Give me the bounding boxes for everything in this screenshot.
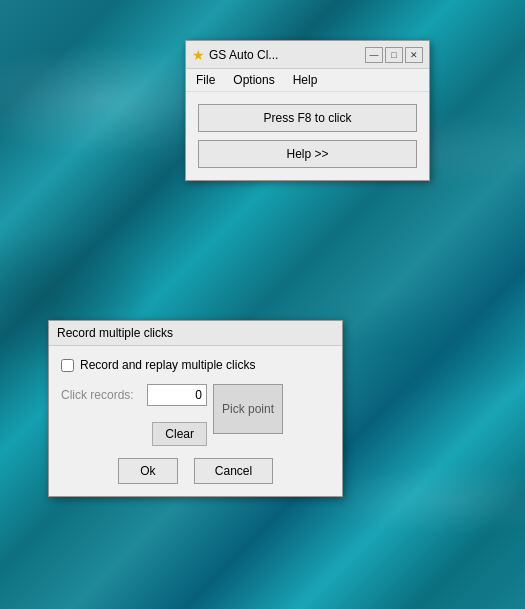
cancel-button[interactable]: Cancel: [194, 458, 273, 484]
help-button[interactable]: Help >>: [198, 140, 417, 168]
pick-point-button[interactable]: Pick point: [213, 384, 283, 434]
record-replay-checkbox[interactable]: [61, 359, 74, 372]
app-icon: ★: [192, 47, 205, 63]
window-title: GS Auto Cl...: [209, 48, 361, 62]
dialog-footer: Ok Cancel: [61, 458, 330, 484]
dialog-title: Record multiple clicks: [57, 326, 173, 340]
menu-bar: File Options Help: [186, 69, 429, 92]
left-inputs: Click records: Clear: [61, 384, 207, 446]
title-bar: ★ GS Auto Cl... — □ ✕: [186, 41, 429, 69]
dialog-content: Record and replay multiple clicks Click …: [49, 346, 342, 496]
clear-button[interactable]: Clear: [152, 422, 207, 446]
close-button[interactable]: ✕: [405, 47, 423, 63]
middle-row: Click records: Clear Pick point: [61, 384, 330, 446]
click-records-input[interactable]: [147, 384, 207, 406]
dialog-title-bar: Record multiple clicks: [49, 321, 342, 346]
checkbox-row: Record and replay multiple clicks: [61, 358, 330, 372]
menu-help[interactable]: Help: [289, 71, 322, 89]
ok-button[interactable]: Ok: [118, 458, 178, 484]
menu-file[interactable]: File: [192, 71, 219, 89]
press-f8-button[interactable]: Press F8 to click: [198, 104, 417, 132]
checkbox-label: Record and replay multiple clicks: [80, 358, 255, 372]
records-row: Click records:: [61, 384, 207, 406]
minimize-button[interactable]: —: [365, 47, 383, 63]
click-records-label: Click records:: [61, 388, 141, 402]
maximize-button[interactable]: □: [385, 47, 403, 63]
main-window: ★ GS Auto Cl... — □ ✕ File Options Help …: [185, 40, 430, 181]
window-controls: — □ ✕: [365, 47, 423, 63]
main-content: Press F8 to click Help >>: [186, 92, 429, 180]
menu-options[interactable]: Options: [229, 71, 278, 89]
dialog-window: Record multiple clicks Record and replay…: [48, 320, 343, 497]
